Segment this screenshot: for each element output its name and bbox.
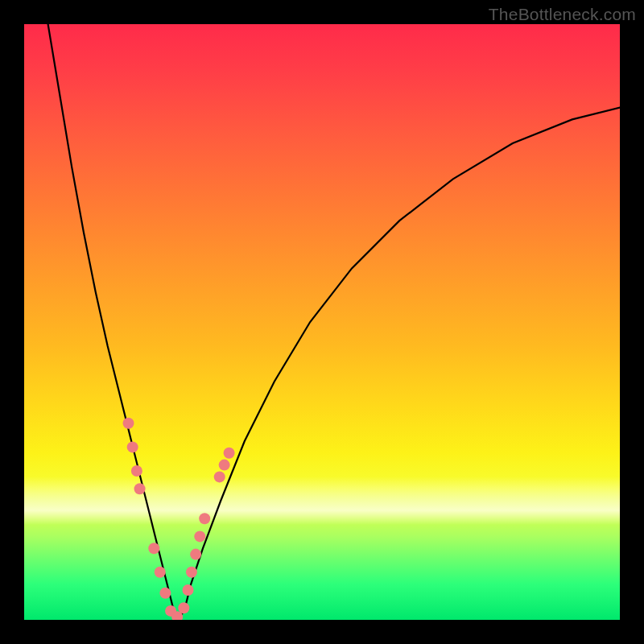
curve-marker xyxy=(159,588,171,599)
curve-marker xyxy=(155,567,166,578)
curve-marker xyxy=(186,567,197,578)
curve-layer xyxy=(24,24,620,620)
curve-marker xyxy=(194,530,205,542)
curve-marker xyxy=(199,513,210,524)
curve-marker xyxy=(190,549,201,560)
curve-marker xyxy=(131,465,142,477)
watermark-text: TheBottleneck.com xyxy=(489,5,636,24)
curve-marker xyxy=(127,441,138,452)
curve-marker xyxy=(134,483,146,494)
curve-marker xyxy=(148,543,159,554)
curve-marker xyxy=(219,460,230,471)
curve-marker xyxy=(224,448,235,459)
curve-marker xyxy=(123,418,134,429)
chart-frame: TheBottleneck.com xyxy=(0,0,644,644)
plot-area xyxy=(24,24,620,620)
bottleneck-curve xyxy=(48,24,620,620)
curve-marker xyxy=(214,471,225,482)
curve-markers xyxy=(123,418,235,620)
curve-marker xyxy=(178,602,189,613)
curve-marker xyxy=(183,584,194,596)
